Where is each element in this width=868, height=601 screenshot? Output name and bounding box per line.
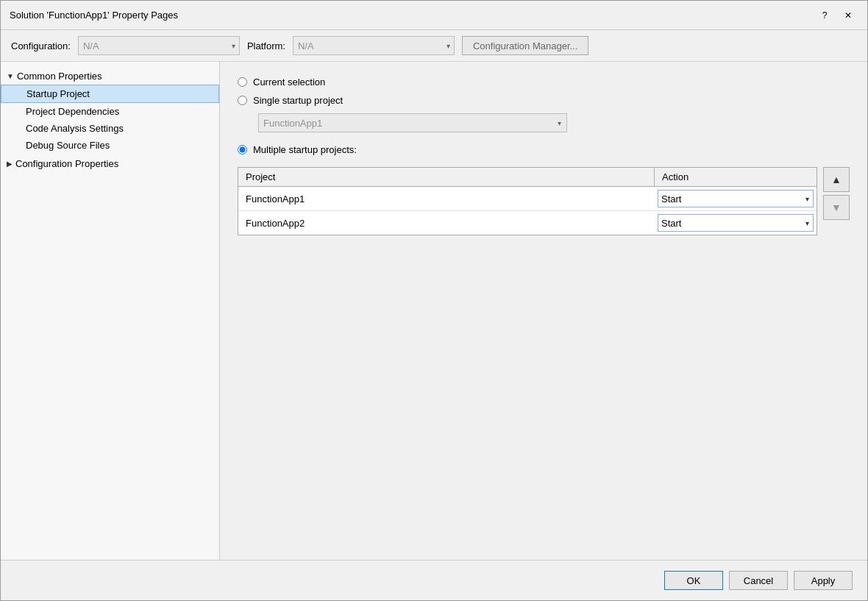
table-arrow-buttons: ▲ ▼ — [823, 167, 850, 220]
config-properties-label: Configuration Properties — [15, 158, 118, 169]
sidebar-item-debug-source-files[interactable]: Debug Source Files — [1, 137, 219, 154]
action-select-1[interactable]: Start None Start without debugging — [658, 190, 814, 207]
table-row: FunctionApp1 Start None Start without de… — [238, 187, 817, 211]
up-arrow-icon: ▲ — [831, 174, 842, 185]
ok-button[interactable]: OK — [664, 571, 723, 590]
multiple-startup-row: Multiple startup projects: — [238, 144, 850, 155]
action-cell-1: Start None Start without debugging — [655, 187, 817, 210]
current-selection-row: Current selection — [238, 77, 850, 88]
sidebar: ▼ Common Properties Startup Project Proj… — [1, 62, 220, 560]
bottom-bar: OK Cancel Apply — [1, 560, 867, 600]
sidebar-item-code-analysis-settings[interactable]: Code Analysis Settings — [1, 120, 219, 137]
sidebar-item-project-dependencies[interactable]: Project Dependencies — [1, 103, 219, 120]
platform-select-wrap: N/A — [293, 36, 455, 55]
configuration-select-wrap: N/A — [78, 36, 240, 55]
cancel-button[interactable]: Cancel — [729, 571, 788, 590]
single-startup-radio[interactable] — [238, 96, 247, 105]
current-selection-radio[interactable] — [238, 77, 247, 87]
action-select-wrap-1: Start None Start without debugging — [658, 190, 814, 207]
current-selection-label[interactable]: Current selection — [253, 77, 325, 88]
project-cell-1: FunctionApp1 — [238, 190, 655, 208]
config-manager-button[interactable]: Configuration Manager... — [462, 36, 588, 55]
startup-radio-group: Current selection Single startup project… — [238, 77, 850, 155]
sidebar-item-startup-project[interactable]: Startup Project — [1, 85, 219, 103]
action-cell-2: Start None Start without debugging — [655, 211, 817, 235]
project-cell-2: FunctionApp2 — [238, 214, 655, 232]
common-properties-header[interactable]: ▼ Common Properties — [1, 68, 219, 85]
single-startup-row: Single startup project — [238, 95, 850, 106]
platform-select[interactable]: N/A — [293, 36, 455, 55]
action-select-wrap-2: Start None Start without debugging — [658, 214, 814, 232]
title-bar: Solution 'FunctionApp1' Property Pages ?… — [1, 1, 867, 30]
apply-button[interactable]: Apply — [794, 571, 853, 590]
move-down-button[interactable]: ▼ — [823, 195, 850, 220]
common-properties-label: Common Properties — [17, 71, 102, 82]
action-select-2[interactable]: Start None Start without debugging — [658, 214, 814, 232]
table-header: Project Action — [238, 168, 817, 187]
help-button[interactable]: ? — [814, 7, 835, 24]
close-button[interactable]: ✕ — [838, 7, 858, 24]
title-bar-controls: ? ✕ — [814, 7, 858, 24]
property-pages-dialog: Solution 'FunctionApp1' Property Pages ?… — [0, 0, 868, 601]
table-row: FunctionApp2 Start None Start without de… — [238, 211, 817, 235]
content-panel: Current selection Single startup project… — [220, 62, 867, 560]
multiple-startup-label[interactable]: Multiple startup projects: — [253, 144, 357, 155]
platform-label: Platform: — [247, 40, 285, 51]
configuration-select[interactable]: N/A — [78, 36, 240, 55]
projects-table-container: Project Action FunctionApp1 Start None S… — [238, 167, 850, 235]
configuration-label: Configuration: — [11, 40, 71, 51]
collapse-arrow-icon: ▼ — [7, 72, 14, 80]
down-arrow-icon: ▼ — [831, 202, 842, 213]
expand-arrow-icon: ▶ — [7, 160, 13, 168]
single-project-dropdown-wrap: FunctionApp1 — [258, 113, 567, 132]
single-project-dropdown[interactable]: FunctionApp1 — [258, 113, 567, 132]
multiple-startup-radio[interactable] — [238, 145, 247, 154]
col-project-header: Project — [238, 168, 655, 186]
projects-table: Project Action FunctionApp1 Start None S… — [238, 167, 817, 235]
configuration-properties-section[interactable]: ▶ Configuration Properties — [1, 155, 219, 172]
move-up-button[interactable]: ▲ — [823, 167, 850, 192]
col-action-header: Action — [655, 168, 817, 186]
toolbar: Configuration: N/A Platform: N/A Configu… — [1, 30, 867, 62]
single-startup-label[interactable]: Single startup project — [253, 95, 343, 106]
common-properties-section: ▼ Common Properties Startup Project Proj… — [1, 68, 219, 154]
dialog-title: Solution 'FunctionApp1' Property Pages — [10, 10, 178, 21]
main-content: ▼ Common Properties Startup Project Proj… — [1, 62, 867, 560]
